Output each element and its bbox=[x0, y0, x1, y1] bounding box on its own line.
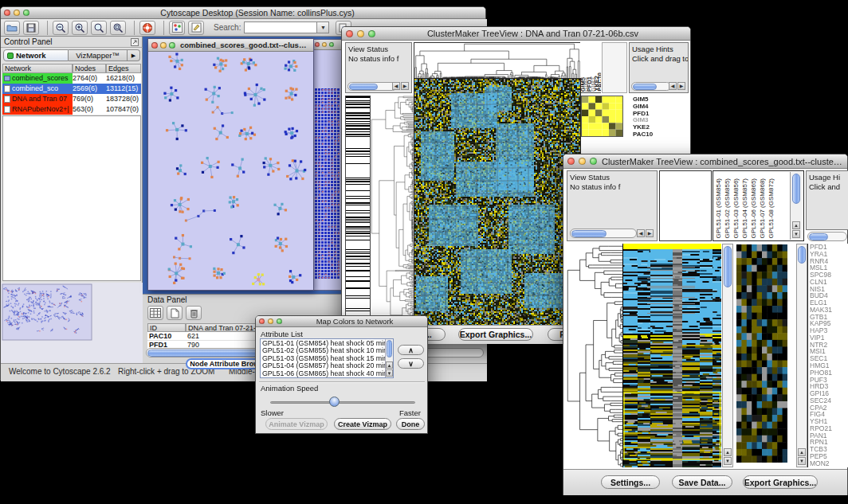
row-label[interactable]: GIM4 bbox=[633, 103, 668, 110]
tab-overflow-button[interactable]: ▶ bbox=[128, 49, 140, 61]
scrollbar-thumb[interactable] bbox=[809, 233, 828, 240]
zoom-button[interactable] bbox=[368, 30, 375, 37]
network-table-row[interactable]: RNAPuberNov2+| 563(0) 107847(0) bbox=[2, 104, 141, 115]
heatmap-main[interactable] bbox=[414, 78, 581, 326]
gene-label[interactable]: MON2 bbox=[810, 460, 848, 467]
column-dendrogram[interactable] bbox=[414, 42, 581, 80]
birdseye-view[interactable] bbox=[1, 283, 143, 363]
usage-hints-scrollbar[interactable] bbox=[631, 82, 671, 91]
create-vizmap-button[interactable]: Create Vizmap bbox=[334, 418, 391, 430]
zoom-in-icon[interactable] bbox=[72, 21, 88, 35]
speed-slider-track[interactable] bbox=[270, 401, 415, 404]
scroll-down-icon[interactable]: ▼ bbox=[798, 457, 806, 465]
scrollbar-thumb[interactable] bbox=[349, 84, 378, 90]
scrollbar-thumb[interactable] bbox=[571, 230, 607, 237]
save-icon[interactable] bbox=[23, 21, 39, 35]
export-graphics-button[interactable]: Export Graphics... bbox=[458, 328, 533, 341]
scroll-left-icon[interactable]: ◀ bbox=[637, 229, 645, 237]
network-table-row[interactable]: combined_sco 2569(6) 13112(15) bbox=[2, 84, 141, 94]
trash-icon[interactable] bbox=[186, 306, 202, 320]
scrollbar-thumb[interactable] bbox=[792, 174, 800, 204]
zoom-button[interactable] bbox=[329, 42, 334, 47]
minimize-button[interactable] bbox=[160, 42, 167, 49]
row-label[interactable]: PAC10 bbox=[633, 131, 668, 138]
vizmapper-icon[interactable] bbox=[169, 21, 185, 35]
annotation-icon[interactable] bbox=[188, 21, 204, 35]
heatmap-main[interactable] bbox=[622, 244, 721, 467]
scroll-down-icon[interactable]: ▼ bbox=[724, 457, 732, 465]
scroll-down-icon[interactable]: ▼ bbox=[386, 369, 393, 377]
row-label[interactable]: GIM3 bbox=[633, 116, 668, 123]
zoom-button[interactable] bbox=[169, 42, 175, 49]
speed-slider-thumb[interactable] bbox=[329, 397, 340, 407]
save-data-button[interactable]: Save Data... bbox=[672, 475, 732, 489]
minimize-button[interactable] bbox=[357, 30, 364, 37]
tab-network[interactable]: Network bbox=[3, 49, 69, 61]
summary-vscrollbar[interactable]: ▲ ▼ bbox=[796, 244, 807, 467]
dialog-titlebar[interactable]: Map Colors to Network bbox=[256, 316, 427, 327]
done-button[interactable]: Done bbox=[396, 418, 425, 430]
float-panel-icon[interactable] bbox=[131, 38, 139, 46]
treeview2-titlebar[interactable]: ClusterMaker TreeView : combined_scores_… bbox=[563, 154, 847, 169]
scroll-left-icon[interactable]: ◀ bbox=[669, 82, 677, 90]
minimize-button[interactable] bbox=[322, 42, 327, 47]
search-input[interactable] bbox=[244, 21, 317, 33]
scrollbar-thumb[interactable] bbox=[798, 246, 806, 264]
scroll-right-icon[interactable]: ▶ bbox=[401, 82, 409, 90]
close-button[interactable] bbox=[315, 42, 320, 47]
col-nodes[interactable]: Nodes bbox=[73, 64, 106, 73]
scrollbar-thumb[interactable] bbox=[387, 340, 392, 357]
row-label[interactable]: PFD1 bbox=[633, 110, 668, 117]
scrollbar-thumb[interactable] bbox=[633, 84, 657, 90]
scroll-right-icon[interactable]: ▶ bbox=[677, 82, 685, 90]
row-dendrogram[interactable] bbox=[371, 96, 414, 325]
zoom-button[interactable] bbox=[277, 318, 282, 324]
row-dendrogram[interactable] bbox=[567, 244, 622, 467]
scroll-up-icon[interactable]: ▲ bbox=[724, 448, 732, 456]
scroll-right-icon[interactable]: ▶ bbox=[646, 229, 654, 237]
zoom-button[interactable] bbox=[23, 10, 29, 16]
gene-label-strip[interactable] bbox=[345, 96, 371, 326]
scroll-up-icon[interactable]: ▲ bbox=[386, 361, 393, 369]
row-label[interactable]: GIM5 bbox=[633, 96, 668, 103]
col-network[interactable]: Network bbox=[2, 64, 73, 73]
zoom-button[interactable] bbox=[590, 158, 597, 165]
new-document-icon[interactable] bbox=[167, 306, 183, 320]
view-status-scrollbar[interactable] bbox=[347, 82, 397, 91]
titlebar[interactable] bbox=[312, 40, 343, 50]
minimize-button[interactable] bbox=[14, 10, 20, 16]
export-graphics-button[interactable]: Export Graphics... bbox=[743, 475, 818, 489]
column-label[interactable]: PAC10 bbox=[597, 72, 600, 92]
zoom-out-icon[interactable] bbox=[53, 21, 69, 35]
network-table-row[interactable]: combined_scores 2764(0) 16218(0) bbox=[2, 73, 141, 84]
attribute-list-vscrollbar[interactable]: ▲ ▼ bbox=[385, 339, 393, 377]
scroll-up-icon[interactable]: ▲ bbox=[798, 448, 806, 456]
col-id[interactable]: ID bbox=[147, 323, 186, 332]
search-dropdown-button[interactable]: ▼ bbox=[317, 21, 329, 33]
network-canvas[interactable] bbox=[148, 52, 313, 290]
col-edges[interactable]: Edges bbox=[106, 64, 141, 73]
attribute-item[interactable]: GPL51-07 (GSM868) heat shock 60 min bbox=[262, 377, 391, 378]
zoom-whole-icon[interactable] bbox=[91, 21, 107, 35]
close-button[interactable] bbox=[4, 10, 10, 16]
scroll-up-icon[interactable]: ▲ bbox=[792, 221, 800, 229]
close-button[interactable] bbox=[567, 158, 575, 165]
column-label[interactable]: GPL51-08 (GSM872) bbox=[768, 178, 777, 239]
correlation-thumbnail[interactable] bbox=[581, 96, 623, 137]
treeview1-titlebar[interactable]: ClusterMaker TreeView : DNA and Tran 07-… bbox=[342, 27, 690, 41]
open-folder-icon[interactable] bbox=[4, 21, 20, 35]
close-button[interactable] bbox=[259, 318, 265, 324]
animate-vizmap-button[interactable]: Animate Vizmap bbox=[265, 418, 328, 430]
network-table-row[interactable]: DNA and Tran 07 769(0) 183728(0) bbox=[2, 94, 141, 104]
settings-button[interactable]: Settings... bbox=[601, 475, 660, 489]
network-canvas-grid[interactable] bbox=[312, 50, 343, 290]
close-button[interactable] bbox=[151, 42, 158, 49]
minimize-button[interactable] bbox=[579, 158, 586, 165]
move-up-button[interactable]: ∧ bbox=[398, 345, 424, 355]
move-down-button[interactable]: ∨ bbox=[398, 358, 424, 369]
attribute-list[interactable]: GPL51-01 (GSM854) heat shock 05 minGPL51… bbox=[260, 338, 394, 378]
table-grid-icon[interactable] bbox=[147, 306, 163, 320]
heatmap-summary[interactable] bbox=[736, 244, 787, 463]
column-labels-vscrollbar[interactable]: ▲ ▼ bbox=[790, 172, 802, 240]
view-status-scrollbar[interactable] bbox=[570, 229, 637, 238]
